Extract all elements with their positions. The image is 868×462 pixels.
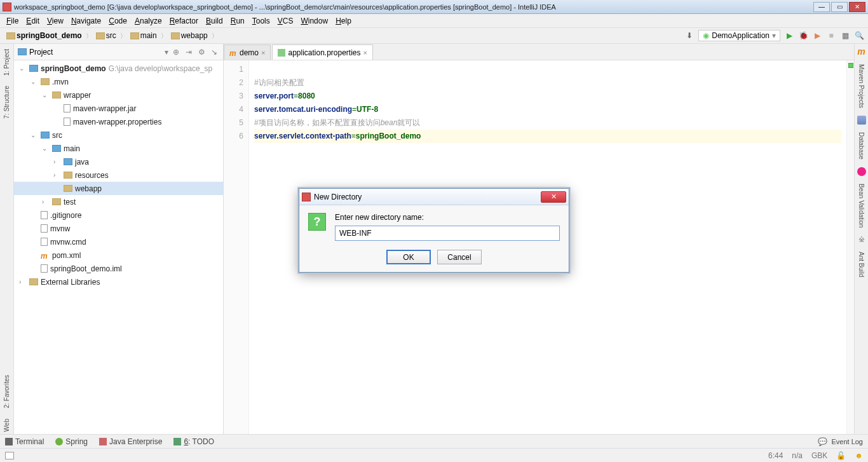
ok-button[interactable]: OK	[386, 250, 431, 264]
tool-window-toggle[interactable]	[5, 452, 14, 459]
breadcrumb-src[interactable]: src	[93, 31, 119, 41]
tree-node-main[interactable]: ⌄main	[14, 142, 223, 155]
tree-toggle[interactable]: ⌄	[42, 92, 50, 99]
tree-node-maven-wrapper.jar[interactable]: maven-wrapper.jar	[14, 102, 223, 115]
tree-toggle[interactable]: ⌄	[31, 132, 38, 139]
coverage-icon[interactable]: ▶	[812, 31, 822, 41]
scroll-to-icon[interactable]: ⊕	[171, 47, 181, 57]
tree-node-test[interactable]: ›test	[14, 195, 223, 208]
minimize-button[interactable]: —	[813, 2, 830, 12]
run-icon[interactable]: ▶	[784, 31, 794, 41]
menu-help[interactable]: Help	[332, 15, 355, 27]
tree-toggle[interactable]: ⌄	[42, 145, 50, 152]
breadcrumb-main[interactable]: main	[128, 31, 159, 41]
menu-run[interactable]: Run	[227, 15, 248, 27]
menu-build[interactable]: Build	[202, 15, 227, 27]
tree-node-.mvn[interactable]: ⌄.mvn	[14, 75, 223, 88]
tree-node-src[interactable]: ⌄src	[14, 128, 223, 142]
build-icon[interactable]: ⬇	[684, 31, 695, 41]
breadcrumb-webapp[interactable]: webapp	[168, 31, 210, 41]
menu-view[interactable]: View	[43, 15, 67, 27]
tree-node-springBoot_demo.iml[interactable]: springBoot_demo.iml	[14, 262, 223, 275]
tree-toggle[interactable]: ⌄	[31, 78, 38, 85]
tab-demo[interactable]: mdemo×	[224, 44, 271, 60]
dialog-close-button[interactable]: ✕	[541, 191, 566, 203]
event-log-icon: 💬	[818, 437, 827, 446]
folder-icon	[96, 32, 105, 39]
menu-refactor[interactable]: Refactor	[166, 15, 202, 27]
hide-icon[interactable]: ↘	[209, 47, 219, 57]
tool-project[interactable]: 1: Project	[3, 46, 10, 78]
tool-maven[interactable]: Maven Projects	[858, 62, 865, 111]
stop-icon[interactable]: ■	[826, 31, 836, 41]
folder-icon	[6, 32, 15, 39]
readonly-icon[interactable]: 🔓	[836, 451, 846, 460]
search-everywhere-icon[interactable]: 🔍	[854, 31, 864, 41]
menu-window[interactable]: Window	[297, 15, 332, 27]
tree-toggle[interactable]: ›	[42, 198, 50, 205]
tree-node-java[interactable]: ›java	[14, 155, 223, 168]
project-tree[interactable]: ⌄springBoot_demoG:\java develop\workspac…	[14, 60, 223, 434]
cancel-button[interactable]: Cancel	[437, 250, 482, 264]
tab-application.properties[interactable]: application.properties×	[272, 44, 373, 60]
btool-jee[interactable]: Java Enterprise	[99, 437, 162, 446]
tool-ant[interactable]: Ant Build	[858, 249, 865, 280]
close-button[interactable]: ✕	[849, 2, 865, 12]
tree-node-webapp[interactable]: webapp	[14, 182, 223, 195]
gutter: 123456	[224, 60, 249, 434]
bean-validation-icon	[857, 167, 866, 176]
btool-todo[interactable]: 6: TODO	[173, 437, 214, 446]
tree-toggle[interactable]: ›	[53, 158, 61, 165]
tab-close-icon[interactable]: ×	[363, 49, 367, 57]
directory-name-input[interactable]	[335, 226, 560, 241]
tree-node-pom.xml[interactable]: mpom.xml	[14, 248, 223, 262]
chevron-down-icon[interactable]: ▾	[165, 48, 168, 57]
tree-toggle[interactable]: ›	[53, 172, 61, 179]
gear-icon[interactable]: ⚙	[196, 47, 207, 57]
menu-edit[interactable]: Edit	[22, 15, 43, 27]
menu-file[interactable]: File	[3, 15, 22, 27]
tree-node-.gitignore[interactable]: .gitignore	[14, 208, 223, 222]
tool-structure[interactable]: 7: Structure	[3, 83, 10, 121]
tool-web[interactable]: Web	[3, 416, 10, 434]
run-config-selector[interactable]: ◉ DemoApplication ▾	[698, 30, 780, 41]
tree-node-mvnw[interactable]: mvnw	[14, 222, 223, 235]
tab-close-icon[interactable]: ×	[261, 49, 265, 57]
menu-code[interactable]: Code	[105, 15, 131, 27]
btool-term[interactable]: Terminal	[5, 437, 44, 446]
maximize-button[interactable]: ▭	[831, 2, 848, 12]
event-log-button[interactable]: Event Log	[831, 438, 863, 445]
folder-icon	[64, 172, 72, 179]
question-icon: ?	[308, 213, 326, 231]
tree-node-External Libraries[interactable]: ›External Libraries	[14, 275, 223, 289]
file-icon	[41, 224, 48, 233]
run-config-label: DemoApplication	[712, 31, 770, 40]
tree-node-wrapper[interactable]: ⌄wrapper	[14, 88, 223, 102]
menu-analyze[interactable]: Analyze	[131, 15, 166, 27]
file-icon	[41, 264, 48, 273]
project-view-title[interactable]: Project	[29, 48, 162, 57]
tree-node-springBoot_demo[interactable]: ⌄springBoot_demoG:\java develop\workspac…	[14, 62, 223, 75]
debug-icon[interactable]: 🐞	[798, 31, 808, 41]
tree-node-mvnw.cmd[interactable]: mvnw.cmd	[14, 235, 223, 248]
tool-bean-validation[interactable]: Bean Validation	[858, 181, 865, 230]
inspection-icon[interactable]: ☻	[855, 451, 863, 460]
folder-blue-icon	[41, 132, 50, 139]
menu-navigate[interactable]: Navigate	[67, 15, 105, 27]
collapse-icon[interactable]: ⇥	[184, 47, 194, 57]
menu-tools[interactable]: Tools	[248, 15, 274, 27]
tool-favorites[interactable]: 2: Favorites	[3, 372, 10, 411]
dialog-label: Enter new directory name:	[335, 213, 560, 222]
tree-toggle[interactable]: ›	[19, 278, 27, 285]
breadcrumb-springBoot_demo[interactable]: springBoot_demo	[4, 31, 85, 41]
window-titlebar: workspace_springboot_demo [G:\java devel…	[0, 0, 868, 14]
layout-icon[interactable]: ▦	[840, 31, 850, 41]
breadcrumbs: springBoot_demosrcmainwebapp	[4, 31, 218, 41]
tool-database[interactable]: Database	[858, 130, 865, 162]
btool-spring[interactable]: Spring	[55, 437, 88, 446]
tree-node-resources[interactable]: ›resources	[14, 168, 223, 182]
status-encoding[interactable]: GBK	[811, 451, 827, 460]
menu-vcs[interactable]: VCS	[274, 15, 297, 27]
tree-node-maven-wrapper.properties[interactable]: maven-wrapper.properties	[14, 115, 223, 128]
tree-toggle[interactable]: ⌄	[19, 65, 27, 72]
